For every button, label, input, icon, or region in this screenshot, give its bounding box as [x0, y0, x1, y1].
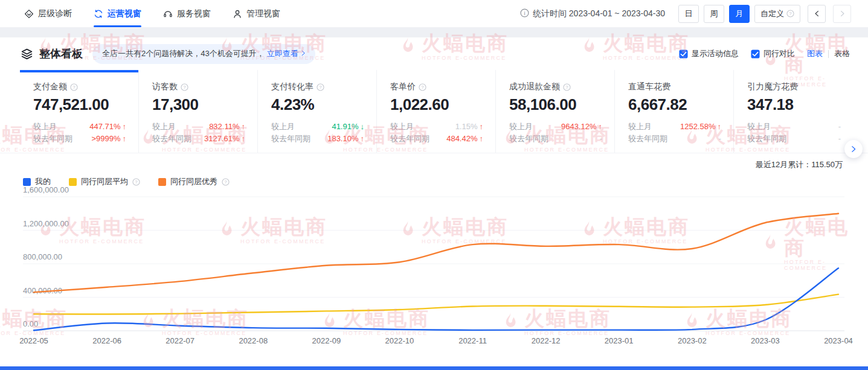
table-view-toggle[interactable]: 表格	[834, 48, 850, 59]
tab-level-diagnosis[interactable]: 层级诊断	[24, 0, 72, 27]
comparison-value: 9643.12%	[561, 121, 597, 133]
diamond-icon	[24, 9, 34, 19]
line-chart: 0.00400,000.00800,000.001,200,000.001,60…	[23, 192, 844, 348]
metric-comparisons: 较上月447.71%↑较去年同期>9999%↑	[33, 121, 126, 145]
top-navigation-bar: 层级诊断运营视窗服务视窗管理视窗 i 统计时间 2023-04-01 ~ 202…	[0, 0, 868, 28]
stat-time: i 统计时间 2023-04-01 ~ 2023-04-30	[520, 8, 665, 19]
person-icon	[233, 9, 242, 19]
question-circle-icon[interactable]: ?	[563, 83, 571, 91]
next-period-button[interactable]	[833, 5, 851, 23]
day-button[interactable]: 日	[678, 5, 699, 23]
cards-next-button[interactable]	[844, 140, 863, 158]
info-circle-icon[interactable]: i	[520, 8, 529, 18]
checkbox-show-activity-info[interactable]: 显示活动信息	[679, 48, 739, 59]
x-axis-tick: 2023-04	[824, 336, 853, 345]
dashboard-panel: 整体看板 全店一共有2个问题待解决，43个机会可提升， 立即查看 显示活动信息同…	[0, 37, 868, 370]
question-circle-icon[interactable]: ?	[70, 83, 78, 91]
metric-comparisons: 较上月832.11%↑较去年同期3127.61%↑	[152, 121, 245, 145]
metric-title-label: 成功退款金额	[509, 81, 560, 92]
metric-card[interactable]: 支付金额?747,521.00较上月447.71%↑较去年同期>9999%↑	[20, 70, 139, 153]
metric-title-label: 访客数	[152, 81, 178, 92]
chevron-left-icon	[813, 10, 821, 18]
metric-card[interactable]: 直通车花费6,667.82较上月1252.58%↑较去年同期-	[615, 70, 734, 153]
view-toggle: 图表表格	[807, 48, 850, 59]
rolling-total: 最近12月累计：115.50万	[23, 159, 843, 171]
svg-text:i: i	[524, 10, 525, 16]
legend-item[interactable]: 同行同层优秀?	[158, 176, 230, 187]
question-circle-icon[interactable]: ?	[181, 83, 188, 91]
question-circle-icon[interactable]: ?	[786, 10, 794, 18]
question-circle-icon[interactable]: ?	[222, 178, 230, 186]
svg-text:?: ?	[135, 179, 138, 185]
comparison-label: 较上月	[271, 121, 295, 133]
period-buttons: 日周月自定义?	[678, 5, 851, 23]
layers-icon	[21, 48, 33, 60]
comparison-value: 1.15%	[455, 121, 478, 133]
horizontal-scrollbar[interactable]	[0, 366, 868, 370]
comparison-row: 较去年同期-	[628, 133, 721, 145]
chart-view-toggle[interactable]: 图表	[807, 48, 823, 59]
view-now-link[interactable]: 立即查看	[267, 48, 298, 59]
metric-comparisons: 较上月-较去年同期-	[747, 121, 841, 145]
metric-card[interactable]: 访客数?17,300较上月832.11%↑较去年同期3127.61%↑	[139, 70, 258, 153]
board-header: 整体看板 全店一共有2个问题待解决，43个机会可提升， 立即查看 显示活动信息同…	[0, 37, 868, 70]
comparison-row: 较上月9643.12%↑	[509, 121, 602, 133]
up-arrow-icon: ↑	[599, 121, 603, 133]
comparison-value: 447.71%	[89, 121, 120, 133]
week-button[interactable]: 周	[704, 5, 724, 23]
button-label: 日	[685, 8, 693, 19]
metric-title: 支付金额?	[33, 81, 126, 92]
prev-period-button[interactable]	[808, 5, 826, 23]
checkbox-group: 显示活动信息同行对比	[679, 48, 795, 59]
metric-card[interactable]: 成功退款金额?58,106.00较上月9643.12%↑较去年同期-	[496, 70, 615, 153]
comparison-label: 较去年同期	[509, 133, 548, 145]
tab-service-view[interactable]: 服务视窗	[163, 0, 211, 27]
tab-operation-view[interactable]: 运营视窗	[94, 0, 141, 27]
metric-title: 支付转化率?	[271, 81, 364, 92]
notice-text: 全店一共有2个问题待解决，43个机会可提升，	[102, 48, 265, 59]
checkbox-peer-compare[interactable]: 同行对比	[751, 48, 795, 59]
comparison-row: 较去年同期3127.61%↑	[152, 133, 245, 145]
checkbox-checked-icon	[679, 49, 688, 59]
comparison-value: 3127.61%	[204, 133, 240, 145]
comparison-value: -	[719, 133, 721, 145]
metric-title: 直通车花费	[628, 81, 721, 92]
comparison-row: 较上月-	[747, 121, 841, 133]
comparison-row: 较上月1.15%↑	[390, 121, 483, 133]
comparison-value: >9999%	[91, 133, 120, 145]
legend-item[interactable]: 同行同层平均?	[69, 176, 140, 187]
headset-icon	[163, 9, 173, 19]
checkbox-checked-icon	[751, 49, 760, 59]
metric-card[interactable]: 客单价?1,022.60较上月1.15%↑较去年同期484.42%↑	[377, 70, 496, 153]
custom-button[interactable]: 自定义?	[754, 5, 800, 23]
tab-management-view[interactable]: 管理视窗	[233, 0, 280, 27]
metric-title-label: 客单价	[390, 81, 416, 92]
metric-card[interactable]: 引力魔方花费347.18较上月-较去年同期-	[734, 70, 853, 153]
x-axis-tick: 2023-02	[678, 336, 707, 345]
question-circle-icon[interactable]: ?	[419, 83, 426, 91]
metric-card[interactable]: 支付转化率?4.23%较上月41.91%↓较去年同期183.10%↑	[258, 70, 377, 153]
x-axis-tick: 2023-03	[751, 336, 780, 345]
comparison-row: 较去年同期-	[509, 133, 602, 145]
comparison-row: 较去年同期-	[747, 133, 841, 145]
month-button[interactable]: 月	[729, 5, 750, 23]
metric-cards-row: 支付金额?747,521.00较上月447.71%↑较去年同期>9999%↑访客…	[0, 70, 868, 153]
metric-title: 成功退款金额?	[509, 81, 602, 92]
legend-swatch	[23, 178, 31, 186]
question-circle-icon[interactable]: ?	[132, 178, 140, 186]
svg-text:?: ?	[183, 85, 186, 90]
question-circle-icon[interactable]: ?	[317, 83, 324, 91]
metric-title: 引力魔方花费	[747, 81, 841, 92]
tab-label: 运营视窗	[108, 8, 141, 19]
rolling-total-value: 115.50万	[811, 160, 843, 169]
issues-notice: 全店一共有2个问题待解决，43个机会可提升， 立即查看	[92, 44, 315, 64]
comparison-row: 较去年同期>9999%↑	[33, 133, 126, 145]
up-arrow-icon: ↑	[123, 121, 127, 133]
metric-title: 客单价?	[390, 81, 483, 92]
legend-swatch	[158, 178, 166, 186]
metric-value: 4.23%	[271, 95, 364, 114]
metric-title-label: 支付金额	[33, 81, 67, 92]
divider	[828, 50, 829, 58]
up-arrow-icon: ↑	[123, 133, 127, 145]
button-label: 自定义	[760, 8, 784, 19]
